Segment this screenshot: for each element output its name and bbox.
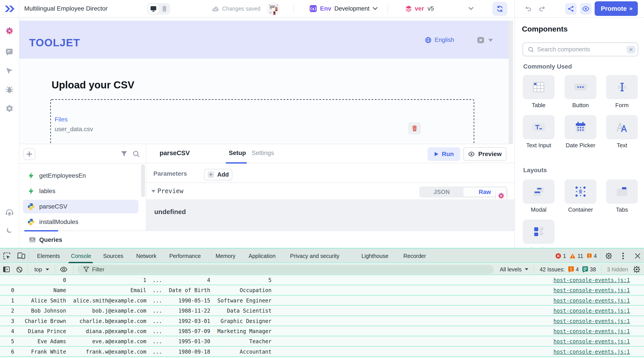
- tab-queries[interactable]: Queries: [29, 231, 62, 249]
- component-card-button[interactable]: [565, 75, 596, 99]
- add-query-button[interactable]: [23, 148, 35, 160]
- console-cell-c1: bob.j@example.com: [73, 306, 146, 316]
- query-item-parseCSV[interactable]: parseCSV: [23, 200, 138, 214]
- issues-badge-icon[interactable]: [587, 253, 592, 258]
- sidebar-item-ai[interactable]: [5, 26, 14, 35]
- component-card-table[interactable]: [523, 75, 554, 99]
- devtools-tab-sources[interactable]: Sources: [103, 249, 124, 263]
- query-item-installModules[interactable]: installModules: [23, 215, 138, 229]
- sidebar-item-debugger[interactable]: [5, 86, 14, 94]
- levels-dropdown[interactable]: All levels: [500, 266, 522, 273]
- component-card-text[interactable]: [606, 115, 638, 139]
- canvas-scrollbar[interactable]: [509, 21, 513, 144]
- app-name[interactable]: Multilingual Employee Director: [24, 0, 108, 17]
- sidebar-item-support[interactable]: [5, 208, 14, 217]
- component-card-date-picker[interactable]: [565, 115, 596, 139]
- query-item-label: getEmployeesEn: [39, 172, 86, 179]
- clear-console-icon[interactable]: [16, 266, 22, 273]
- component-card-list-view[interactable]: [523, 220, 554, 244]
- devtools-tab-memory[interactable]: Memory: [216, 249, 236, 263]
- toggle-json[interactable]: JSON: [420, 189, 463, 196]
- devtools-tab-console[interactable]: Console: [71, 249, 91, 263]
- warning-badge-icon[interactable]: [570, 253, 576, 258]
- console-source-link[interactable]: host-console-events.js:1: [554, 347, 630, 357]
- tooljet-logo[interactable]: [0, 0, 20, 18]
- preview-query-button[interactable]: Preview: [463, 147, 506, 161]
- preview-app-button[interactable]: [580, 3, 592, 14]
- console-source-link[interactable]: host-console-events.js:1: [554, 326, 630, 336]
- console-cell-c5: Graphic Designer: [205, 316, 272, 326]
- refresh-button[interactable]: [492, 2, 507, 16]
- collapse-caret-icon[interactable]: [151, 190, 156, 193]
- widget-caret-icon[interactable]: [488, 38, 493, 42]
- component-card-text-input[interactable]: [523, 115, 554, 139]
- components-search-box[interactable]: Search components: [522, 42, 638, 56]
- share-button[interactable]: [565, 3, 576, 14]
- sidebar-item-inspector[interactable]: [6, 67, 14, 75]
- query-item-getEmployeesEn[interactable]: getEmployeesEn: [23, 169, 138, 182]
- tab-settings[interactable]: Settings: [252, 150, 274, 156]
- remove-file-button[interactable]: [408, 122, 421, 134]
- console-source-link[interactable]: host-console-events.js:1: [554, 336, 630, 347]
- console-settings-gear-icon[interactable]: [633, 266, 640, 273]
- console-cell-c4: 1992-03-01: [166, 316, 210, 326]
- live-expression-eye-icon[interactable]: [60, 266, 68, 272]
- console-source-link[interactable]: host-console-events.js:1: [554, 316, 630, 326]
- error-badge-icon[interactable]: [556, 253, 561, 259]
- query-item-label: lables: [39, 188, 55, 195]
- mobile-view-button[interactable]: [159, 6, 170, 12]
- app-header-widget[interactable]: TOOLJET English: [20, 21, 509, 59]
- devtools-tab-application[interactable]: Application: [248, 249, 276, 263]
- component-card-modal[interactable]: [523, 180, 554, 204]
- console-context-selector[interactable]: top: [34, 264, 42, 275]
- add-parameter-button[interactable]: Add: [204, 169, 232, 180]
- devtools-settings-gear-icon[interactable]: [605, 252, 612, 260]
- console-source-link[interactable]: host-console-events.js:1: [554, 275, 630, 286]
- devtools-tab-network[interactable]: Network: [136, 249, 156, 263]
- file-dropzone[interactable]: Files user_data.csv: [50, 99, 474, 144]
- widget-clear-button[interactable]: [478, 37, 484, 43]
- component-label: Container: [565, 206, 596, 213]
- query-list-scrollbar[interactable]: [141, 164, 145, 197]
- close-devtools-icon[interactable]: [635, 253, 640, 259]
- sidebar-item-theme[interactable]: [6, 226, 13, 234]
- undo-button[interactable]: [524, 4, 533, 13]
- devtools-tab-lighthouse[interactable]: Lighthouse: [362, 249, 388, 263]
- environment-selector[interactable]: (x) Env Development: [310, 0, 378, 17]
- console-filter-input[interactable]: Filter: [78, 265, 494, 274]
- avatar[interactable]: [267, 3, 280, 16]
- search-clear-button[interactable]: [626, 46, 636, 54]
- cloud-check-icon: [212, 6, 219, 12]
- component-card-tabs[interactable]: [606, 180, 638, 204]
- component-card-form[interactable]: [606, 75, 638, 99]
- close-icon: [629, 48, 633, 51]
- kebab-menu-icon[interactable]: [622, 252, 624, 260]
- sidebar-item-settings[interactable]: [5, 104, 14, 113]
- issues-label[interactable]: 42 Issues:: [540, 266, 565, 273]
- run-query-button[interactable]: Run: [428, 147, 460, 161]
- search-icon[interactable]: [133, 150, 140, 158]
- console-source-link[interactable]: host-console-events.js:1: [554, 285, 630, 296]
- desktop-view-button[interactable]: [148, 4, 159, 14]
- console-source-link[interactable]: host-console-events.js:1: [554, 296, 630, 306]
- query-item-lables[interactable]: lables: [23, 184, 138, 198]
- inspect-element-icon[interactable]: [3, 252, 10, 260]
- language-selector[interactable]: English: [425, 36, 454, 44]
- filter-icon[interactable]: [121, 151, 128, 157]
- component-card-container[interactable]: [565, 180, 596, 204]
- devtools-tab-recorder[interactable]: Recorder: [403, 249, 426, 263]
- sidebar-item-pages[interactable]: [5, 48, 14, 56]
- toolbar-divider: [55, 265, 55, 274]
- app-header-title: TOOLJET: [29, 36, 80, 49]
- devtools-tab-elements[interactable]: Elements: [37, 249, 60, 263]
- tab-setup[interactable]: Setup: [229, 150, 246, 156]
- console-sidebar-icon[interactable]: [3, 266, 10, 272]
- version-selector[interactable]: ver v5: [405, 0, 474, 17]
- devtools-tab-privacy-and-security[interactable]: Privacy and security: [290, 249, 340, 263]
- devtools-tab-performance[interactable]: Performance: [169, 249, 201, 263]
- redo-button[interactable]: [537, 4, 546, 13]
- toggle-device-toolbar-icon[interactable]: [17, 252, 25, 259]
- promote-button[interactable]: Promote »: [595, 1, 638, 16]
- parameters-row: Parameters Add: [146, 163, 514, 183]
- console-source-link[interactable]: host-console-events.js:1: [554, 306, 630, 316]
